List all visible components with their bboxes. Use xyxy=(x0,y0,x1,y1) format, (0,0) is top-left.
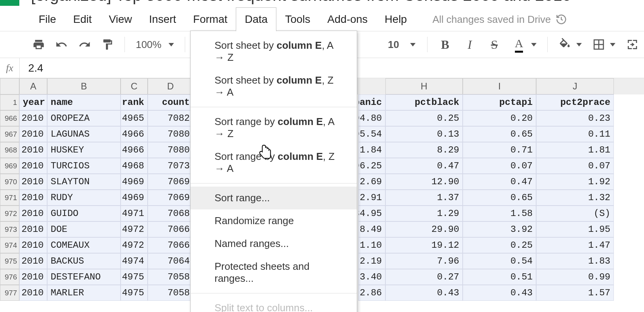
row-header[interactable]: 972 xyxy=(0,206,19,221)
cell[interactable]: pctapi xyxy=(463,94,536,110)
cell[interactable]: 7069 xyxy=(148,174,193,190)
cell[interactable]: COMEAUX xyxy=(47,237,121,253)
cell[interactable]: 1.32 xyxy=(536,190,614,206)
cell[interactable]: year xyxy=(19,94,47,110)
cell[interactable]: 0.71 xyxy=(463,142,536,158)
row-header[interactable]: 971 xyxy=(0,190,19,206)
col-header-C[interactable]: C xyxy=(121,78,148,94)
select-all-corner[interactable] xyxy=(0,78,19,94)
cell[interactable]: 19.12 xyxy=(385,237,463,253)
menu-sort-sheet-za[interactable]: Sort sheet by column E, Z → A xyxy=(191,69,357,104)
cell[interactable]: DOE xyxy=(47,221,121,237)
text-color-button[interactable]: A xyxy=(510,35,528,54)
cell[interactable]: 3.92 xyxy=(463,221,536,237)
zoom-control[interactable]: 100% xyxy=(130,39,179,51)
menu-format[interactable]: Format xyxy=(185,8,236,31)
cell[interactable]: 2010 xyxy=(19,206,47,221)
row-header[interactable]: 969 xyxy=(0,158,19,174)
cell[interactable]: 0.43 xyxy=(385,285,463,301)
cell[interactable]: 1.84 xyxy=(358,142,385,158)
col-header-J[interactable]: J xyxy=(536,78,614,94)
cell[interactable]: 4965 xyxy=(121,110,148,126)
cell[interactable]: 0.25 xyxy=(385,110,463,126)
cell[interactable]: HUSKEY xyxy=(47,142,121,158)
row-header[interactable]: 967 xyxy=(0,126,19,142)
cell[interactable]: pctblack xyxy=(385,94,463,110)
cell[interactable]: 0.23 xyxy=(536,110,614,126)
cell[interactable]: 0.47 xyxy=(463,174,536,190)
menu-named-ranges[interactable]: Named ranges... xyxy=(191,232,357,255)
cell[interactable]: 4975 xyxy=(121,269,148,285)
menu-sort-range[interactable]: Sort range... xyxy=(191,187,357,209)
cell[interactable]: 12.90 xyxy=(385,174,463,190)
row-header[interactable]: 970 xyxy=(0,174,19,190)
bold-button[interactable]: B xyxy=(436,35,454,54)
cell[interactable]: 0.11 xyxy=(536,126,614,142)
menu-sort-sheet-az[interactable]: Sort sheet by column E, A → Z xyxy=(191,34,357,69)
cell[interactable]: 1.29 xyxy=(385,206,463,221)
row-header[interactable]: 974 xyxy=(0,237,19,253)
menu-randomize-range[interactable]: Randomize range xyxy=(191,209,357,232)
cell[interactable]: 7066 xyxy=(148,221,193,237)
menu-edit[interactable]: Edit xyxy=(65,8,100,31)
cell[interactable]: 2.69 xyxy=(358,174,385,190)
cell[interactable]: 0.51 xyxy=(463,269,536,285)
cell[interactable]: 0.65 xyxy=(463,126,536,142)
cell[interactable]: OROPEZA xyxy=(47,110,121,126)
row-header[interactable]: 973 xyxy=(0,221,19,237)
cell[interactable]: GUIDO xyxy=(47,206,121,221)
menu-protected-sheets[interactable]: Protected sheets and ranges... xyxy=(191,255,357,290)
paint-format-button[interactable] xyxy=(98,34,118,55)
cell[interactable]: RUDY xyxy=(47,190,121,206)
cell[interactable]: pct2prace xyxy=(536,94,614,110)
cell[interactable]: 0.65 xyxy=(463,190,536,206)
cell[interactable]: panic xyxy=(358,94,385,110)
cell[interactable]: TURCIOS xyxy=(47,158,121,174)
cell[interactable]: 1.10 xyxy=(358,237,385,253)
cell[interactable]: SLAYTON xyxy=(47,174,121,190)
cell[interactable]: 1.37 xyxy=(385,190,463,206)
cell[interactable]: 2010 xyxy=(19,126,47,142)
cell[interactable]: 34.95 xyxy=(358,206,385,221)
cell[interactable]: count xyxy=(148,94,193,110)
cell[interactable]: 8.49 xyxy=(358,221,385,237)
cell[interactable]: 1.58 xyxy=(463,206,536,221)
cell[interactable]: 95.54 xyxy=(358,126,385,142)
cell[interactable]: 0.13 xyxy=(385,126,463,142)
cell[interactable]: 2010 xyxy=(19,142,47,158)
cell[interactable]: 0.07 xyxy=(536,158,614,174)
cell[interactable]: BACKUS xyxy=(47,253,121,269)
cell[interactable]: name xyxy=(47,94,121,110)
menu-sort-range-za[interactable]: Sort range by column E, Z → A xyxy=(191,145,357,180)
cell[interactable]: 7.96 xyxy=(385,253,463,269)
cell[interactable]: 4969 xyxy=(121,190,148,206)
cell[interactable]: 2010 xyxy=(19,174,47,190)
document-title[interactable]: [organized] Top 5000 most frequent surna… xyxy=(19,0,571,5)
menu-tools[interactable]: Tools xyxy=(276,8,319,31)
menu-view[interactable]: View xyxy=(100,8,140,31)
col-header-H[interactable]: H xyxy=(385,78,463,94)
menu-addons[interactable]: Add-ons xyxy=(319,8,376,31)
cell[interactable]: 1.92 xyxy=(536,174,614,190)
menu-data[interactable]: Data xyxy=(236,7,276,31)
cell[interactable]: 4969 xyxy=(121,174,148,190)
cell[interactable]: 4971 xyxy=(121,206,148,221)
cell[interactable]: 0.47 xyxy=(385,158,463,174)
cell[interactable]: 7082 xyxy=(148,110,193,126)
cell[interactable]: 7058 xyxy=(148,269,193,285)
menu-sort-range-az[interactable]: Sort range by column E, A → Z xyxy=(191,110,357,145)
cell[interactable]: 2.19 xyxy=(358,253,385,269)
cell[interactable]: 7066 xyxy=(148,237,193,253)
row-header[interactable]: 966 xyxy=(0,110,19,126)
cell[interactable]: 4972 xyxy=(121,221,148,237)
cell[interactable]: 4966 xyxy=(121,142,148,158)
cell[interactable]: 2010 xyxy=(19,110,47,126)
italic-button[interactable]: I xyxy=(460,35,479,54)
cell[interactable]: 96.25 xyxy=(358,158,385,174)
cell[interactable]: 1.57 xyxy=(536,285,614,301)
redo-button[interactable] xyxy=(75,34,95,55)
cell[interactable]: 2.91 xyxy=(358,190,385,206)
cell[interactable]: 1.83 xyxy=(536,253,614,269)
cell[interactable]: MARLER xyxy=(47,285,121,301)
cell[interactable]: 2010 xyxy=(19,158,47,174)
